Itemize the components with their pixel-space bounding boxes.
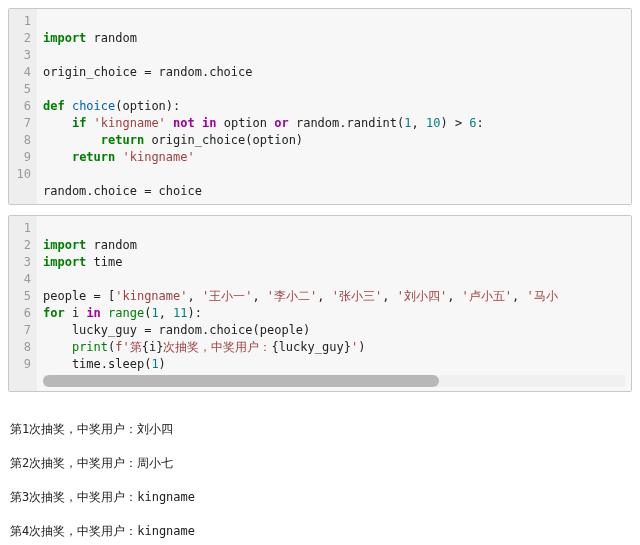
tok: , [188,289,202,303]
tok: lucky_guy = random.choice(people) [43,323,310,337]
tok-str: 'kingname' [94,116,166,130]
tok-or: or [274,116,288,130]
tok: ): [188,306,202,320]
tok: option [216,116,274,130]
tok-fexpr: {lucky_guy} [271,340,350,354]
tok-for: for [43,306,65,320]
tok: , [382,289,396,303]
tok: time [86,255,122,269]
tok: (option): [115,99,180,113]
tok-def: def [43,99,65,113]
tok-return: return [101,133,144,147]
line-number: 1 [13,220,31,237]
tok-fexpr: {i} [142,340,164,354]
tok: , [412,116,426,130]
tok-import: import [43,31,86,45]
gutter-2: 1 2 3 4 5 6 7 8 9 [9,216,37,391]
tok-num: 11 [173,306,187,320]
line-number: 6 [13,305,31,322]
line-number: 2 [13,237,31,254]
tok: origin_choice = random.choice [43,65,253,79]
tok: , [252,289,266,303]
tok: , [159,306,173,320]
output-area: 第1次抽奖，中奖用户：刘小四 第2次抽奖，中奖用户：周小七 第3次抽奖，中奖用户… [8,402,632,545]
gutter-1: 1 2 3 4 5 6 7 8 9 10 [9,9,37,204]
line-number: 10 [13,166,31,183]
tok-fstr: f'第 [115,340,141,354]
line-number: 3 [13,254,31,271]
tok: random [86,31,137,45]
tok-str: '张小三' [332,289,382,303]
tok-num: 1 [404,116,411,130]
tok-not: not [173,116,195,130]
output-line: 第2次抽奖，中奖用户：周小七 [10,455,630,472]
tok: , [447,289,461,303]
line-number: 2 [13,30,31,47]
tok [86,116,93,130]
line-number: 7 [13,115,31,132]
tok: people = [ [43,289,115,303]
tok: origin_choice(option) [144,133,303,147]
tok-str: '王小一' [202,289,252,303]
code-area-1[interactable]: 1 2 3 4 5 6 7 8 9 10 import random origi… [9,9,631,204]
tok-funcname: choice [65,99,116,113]
tok: , [512,289,526,303]
tok-str: '刘小四' [397,289,447,303]
line-number: 1 [13,13,31,30]
tok-str: '马小 [526,289,557,303]
tok: random [86,238,137,252]
tok-builtin: print [72,340,108,354]
tok-str: 'kingname' [115,289,187,303]
scrollbar-thumb[interactable] [43,375,439,387]
tok [115,150,122,164]
tok-num: 1 [151,306,158,320]
tok-return: return [72,150,115,164]
tok [166,116,173,130]
line-number: 7 [13,322,31,339]
tok [101,306,108,320]
output-line: 第4次抽奖，中奖用户：kingname [10,523,630,540]
tok-if: if [72,116,86,130]
tok-builtin: range [108,306,144,320]
tok: i [65,306,87,320]
tok-str: 'kingname' [123,150,195,164]
line-number: 9 [13,149,31,166]
tok: : [477,116,484,130]
tok: random.choice = choice [43,184,202,198]
line-number: 8 [13,339,31,356]
line-number: 4 [13,64,31,81]
code-cell-1: 1 2 3 4 5 6 7 8 9 10 import random origi… [8,8,632,205]
tok-num: 6 [469,116,476,130]
tok: ) > [440,116,469,130]
output-line: 第3次抽奖，中奖用户：kingname [10,489,630,506]
tok: random.randint( [289,116,405,130]
horizontal-scrollbar[interactable] [43,375,625,387]
tok-fstr: 次抽奖，中奖用户： [163,340,271,354]
tok-str: '卢小五' [462,289,512,303]
code-area-2[interactable]: 1 2 3 4 5 6 7 8 9 import random import t… [9,216,631,391]
tok: time.sleep( [43,357,151,371]
code-cell-2: 1 2 3 4 5 6 7 8 9 import random import t… [8,215,632,392]
line-number: 5 [13,288,31,305]
line-number: 8 [13,132,31,149]
tok-import: import [43,255,86,269]
tok: ) [159,357,166,371]
line-number: 5 [13,81,31,98]
tok: ) [358,340,365,354]
line-number: 6 [13,98,31,115]
output-line: 第1次抽奖，中奖用户：刘小四 [10,421,630,438]
code-editor-1[interactable]: import random origin_choice = random.cho… [37,9,631,204]
line-number: 3 [13,47,31,64]
line-number: 4 [13,271,31,288]
tok [195,116,202,130]
tok-import: import [43,238,86,252]
tok: , [317,289,331,303]
line-number: 9 [13,356,31,373]
code-editor-2[interactable]: import random import time people = ['kin… [37,216,631,391]
tok-in: in [202,116,216,130]
tok-num: 10 [426,116,440,130]
tok-in: in [86,306,100,320]
tok-num: 1 [151,357,158,371]
tok-str: '李小二' [267,289,317,303]
